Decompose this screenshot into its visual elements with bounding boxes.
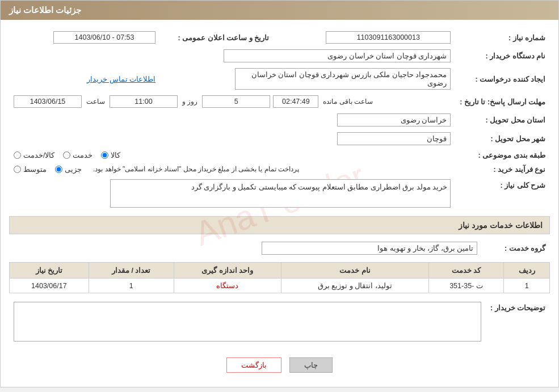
radio-mottaset-label: متوسط <box>23 165 47 174</box>
saat-label: ساعت <box>86 98 105 106</box>
col-radif: ردیف <box>504 263 550 279</box>
nam-dastgah-value: شهرداری قوچان استان خراسان رضوی <box>9 47 455 65</box>
etelaat-link-cell: اطلاعات تماس خریدار <box>9 65 160 92</box>
radio-khadamat-input[interactable] <box>63 151 70 159</box>
cell-unit: دستگاه <box>174 279 281 293</box>
shahr-box: قوچان <box>337 132 451 145</box>
gorohe-value: تامین برق، گاز، بخار و تهویه هوا <box>9 239 482 258</box>
shomara-niaz-label: شماره نیاز : <box>455 28 550 47</box>
page-header: جزئیات اطلاعات نیاز <box>1 1 558 20</box>
gorohe-table: گروه خدمت : تامین برق، گاز، بخار و تهویه… <box>9 239 550 258</box>
radio-khadamat: خدمت <box>63 151 93 159</box>
nove-radio-group: متوسط جزیی <box>14 165 82 174</box>
info-table: شماره نیاز : 1103091163000013 تاریخ و سا… <box>9 28 550 210</box>
countdown-box: 02:47:49 <box>273 95 318 108</box>
tarikh-elaan-value: 1403/06/10 - 07:53 <box>9 28 160 47</box>
description-area <box>9 299 486 346</box>
shomara-niaz-value: 1103091163000013 <box>274 28 455 47</box>
ijad-konande-box: محمدجواد حاجیان ملکی بازرس شهرداری قوچان… <box>235 68 451 90</box>
date-box: 1403/06/15 <box>14 95 82 108</box>
gorohe-box: تامین برق، گاز، بخار و تهویه هوا <box>262 242 477 255</box>
ostan-label: استان محل تحویل : <box>455 111 550 129</box>
radio-kala-input[interactable] <box>101 151 108 159</box>
print-button[interactable]: چاپ <box>289 357 333 373</box>
gorohe-label: گروه خدمت : <box>482 239 550 258</box>
services-data-table: ردیف کد خدمت نام خدمت واحد اندازه گیری ت… <box>9 262 550 293</box>
nam-dastgah-box: شهرداری قوچان استان خراسان رضوی <box>224 49 451 62</box>
radio-kala-khadamat-label: کالا/خدمت <box>23 151 54 159</box>
nove-row: پرداخت تمام یا بخشی از مبلغ خریداز محل "… <box>9 162 455 176</box>
tabaqe-radio-group: کالا/خدمت خدمت کالا <box>14 151 451 159</box>
cell-name: تولید، انتقال و توزیع برق <box>281 279 429 293</box>
cell-quantity: 1 <box>89 279 174 293</box>
nam-dastgah-label: نام دستگاه خریدار : <box>455 47 550 65</box>
page-title: جزئیات اطلاعات نیاز <box>9 5 81 15</box>
mohlat-row: 1403/06/15 ساعت 11:00 روز و 5 02:47:49 س… <box>9 92 455 111</box>
col-unit: واحد اندازه گیری <box>174 263 281 279</box>
services-section-header: اطلاعات خدمات مورد نیاز <box>9 216 550 234</box>
tarikh-elaan-label: تاریخ و ساعت اعلان عمومی : <box>160 28 274 47</box>
col-quantity: تعداد / مقدار <box>89 263 174 279</box>
ijad-konande-label: ایجاد کننده درخواست : <box>455 65 550 92</box>
col-date: تاریخ نیاز <box>10 263 89 279</box>
ostan-value: خراسان رضوی <box>9 111 455 129</box>
shahr-label: شهر محل تحویل : <box>455 129 550 148</box>
tarikh-elaan-box: 1403/06/10 - 07:53 <box>53 31 155 44</box>
mohlat-label: مهلت ارسال پاسخ: تا تاریخ : <box>455 92 550 111</box>
col-kod: کد خدمت <box>428 263 504 279</box>
tabaqe-label: طبقه بندی موضوعی : <box>455 148 550 162</box>
radio-mottaset: متوسط <box>14 165 47 174</box>
radio-kala-khadamat: کالا/خدمت <box>14 151 54 159</box>
cell-kod: ت -35-351 <box>428 279 504 293</box>
tabaqe-radios: کالا/خدمت خدمت کالا <box>9 148 455 162</box>
ostan-box: خراسان رضوی <box>337 113 451 127</box>
radio-jozi-input[interactable] <box>55 166 62 173</box>
radio-kala-khadamat-input[interactable] <box>14 151 21 159</box>
back-button[interactable]: بازگشت <box>226 357 281 373</box>
shomara-niaz-box: 1103091163000013 <box>326 31 451 44</box>
rooz-box: 5 <box>202 95 270 108</box>
footer-buttons: چاپ بازگشت <box>9 351 550 381</box>
nove-label: نوع فرآیند خرید : <box>455 162 550 176</box>
col-name: نام خدمت <box>281 263 429 279</box>
cell-radif: 1 <box>504 279 550 293</box>
radio-kala-label: کالا <box>111 151 120 159</box>
baqi-mande-label: ساعت باقی مانده <box>323 98 373 106</box>
radio-mottaset-input[interactable] <box>14 166 21 173</box>
etelaat-link[interactable]: اطلاعات تماس خریدار <box>87 75 155 83</box>
rooz-label: روز و <box>182 98 197 106</box>
description-textarea[interactable] <box>14 302 481 342</box>
sharh-value: خرید مولد برق اضطراری مطابق استعلام پیوس… <box>9 176 455 210</box>
radio-jozi-label: جزیی <box>65 165 82 174</box>
table-row: 1 ت -35-351 تولید، انتقال و توزیع برق دس… <box>10 279 550 293</box>
radio-jozi: جزیی <box>55 165 82 174</box>
nove-flex: پرداخت تمام یا بخشی از مبلغ خریداز محل "… <box>14 165 451 174</box>
main-content: AnaT ender شماره نیاز : 1103091163000013… <box>1 23 558 387</box>
cell-date: 1403/06/17 <box>10 279 89 293</box>
nove-notice: پرداخت تمام یا بخشی از مبلغ خریداز محل "… <box>93 165 299 173</box>
radio-khadamat-label: خدمت <box>73 151 93 159</box>
mohlat-flex: 1403/06/15 ساعت 11:00 روز و 5 02:47:49 س… <box>14 95 451 108</box>
radio-kala: کالا <box>101 151 120 159</box>
saat-box: 11:00 <box>110 95 178 108</box>
page-wrapper: جزئیات اطلاعات نیاز AnaT ender شماره نیا… <box>0 0 559 387</box>
description-table: توضیحات خریدار : <box>9 299 550 346</box>
shahr-value: قوچان <box>9 129 455 148</box>
description-label: توضیحات خریدار : <box>486 299 550 346</box>
sharh-box: خرید مولد برق اضطراری مطابق استعلام پیوس… <box>110 179 451 208</box>
sharh-label: شرح کلی نیاز : <box>455 176 550 210</box>
sharh-text: خرید مولد برق اضطراری مطابق استعلام پیوس… <box>191 183 448 191</box>
ijad-konande-value: محمدجواد حاجیان ملکی بازرس شهرداری قوچان… <box>160 65 455 92</box>
